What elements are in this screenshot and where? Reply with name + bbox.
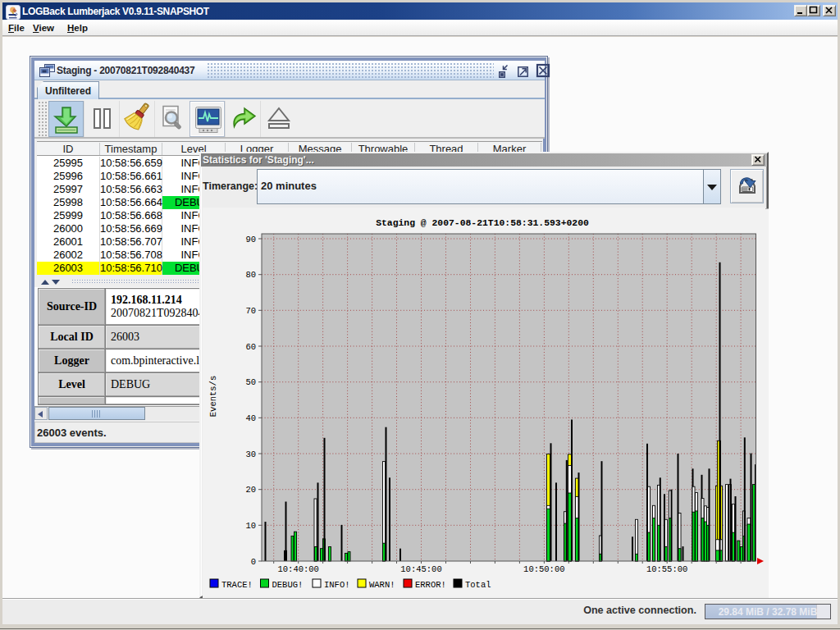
svg-text:60: 60 (245, 342, 256, 352)
svg-text:DEBUG!: DEBUG! (272, 580, 304, 590)
svg-text:INFO!: INFO! (324, 580, 350, 590)
svg-text:TRACE!: TRACE! (221, 580, 253, 590)
svg-text:50: 50 (245, 377, 256, 387)
svg-text:10:50:00: 10:50:00 (523, 564, 564, 574)
svg-text:10:55:00: 10:55:00 (646, 564, 687, 574)
svg-text:Staging @ 2007-08-21T10:58:31.: Staging @ 2007-08-21T10:58:31.593+0200 (376, 218, 589, 228)
svg-text:0: 0 (251, 557, 256, 567)
svg-text:40: 40 (245, 413, 256, 423)
svg-text:Events/s: Events/s (208, 376, 218, 417)
svg-text:10: 10 (245, 521, 256, 531)
svg-text:Total: Total (465, 580, 491, 590)
svg-text:ERROR!: ERROR! (415, 580, 446, 590)
svg-text:90: 90 (245, 235, 256, 244)
svg-text:20: 20 (245, 485, 256, 495)
svg-text:80: 80 (245, 270, 256, 280)
svg-text:70: 70 (245, 306, 256, 316)
svg-text:30: 30 (245, 450, 256, 459)
svg-text:WARN!: WARN! (369, 580, 395, 590)
svg-text:10:45:00: 10:45:00 (400, 564, 441, 574)
svg-text:10:40:00: 10:40:00 (277, 564, 318, 574)
